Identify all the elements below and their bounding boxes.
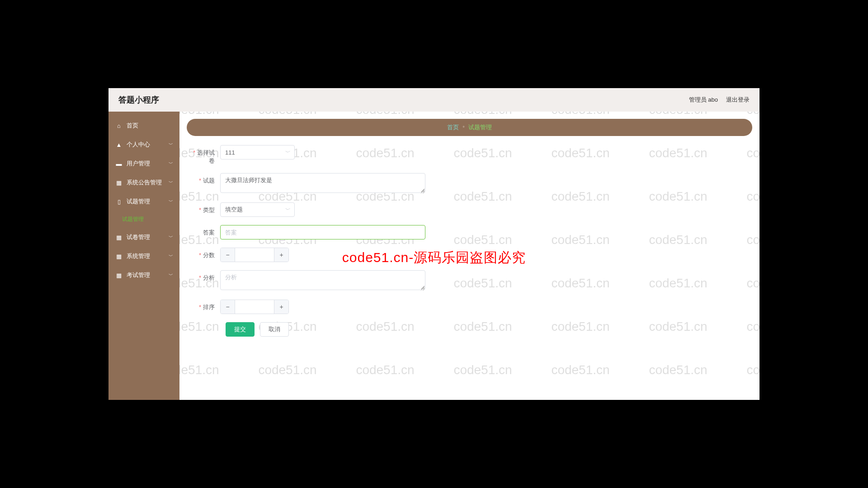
select-type-value: 填空题	[225, 206, 243, 214]
score-decrease-button[interactable]: −	[221, 248, 235, 262]
chevron-down-icon: ﹀	[169, 272, 173, 278]
select-paper[interactable]: 111 ﹀	[220, 145, 295, 160]
label-question: 试题	[192, 173, 220, 185]
monitor-icon: ▬	[116, 160, 122, 167]
app-header: 答题小程序 管理员 abo 退出登录	[108, 88, 760, 112]
sidebar-item-home[interactable]: ⌂ 首页	[108, 116, 179, 135]
grid-icon: ▦	[116, 234, 122, 240]
sidebar-item-label: 考试管理	[127, 271, 150, 279]
chevron-down-icon: ﹀	[169, 179, 173, 186]
cancel-button[interactable]: 取消	[260, 322, 289, 337]
sidebar-item-papers[interactable]: ▦ 试卷管理 ﹀	[108, 228, 179, 247]
breadcrumb-home[interactable]: 首页	[447, 123, 459, 131]
main-content: 首页 * 试题管理 选择试卷 111 ﹀ 试题	[179, 112, 760, 400]
document-icon: ▯	[116, 198, 122, 205]
user-icon: ▲	[116, 141, 122, 148]
sidebar-item-exams[interactable]: ▦ 考试管理 ﹀	[108, 266, 179, 285]
sidebar-subitem-questions[interactable]: 试题管理	[108, 211, 179, 228]
sidebar-item-label: 试卷管理	[127, 233, 150, 241]
label-order: 排序	[192, 300, 220, 311]
chevron-down-icon: ﹀	[169, 253, 173, 259]
label-score: 分数	[192, 248, 220, 259]
sidebar-item-system[interactable]: ▦ 系统管理 ﹀	[108, 247, 179, 266]
question-textarea[interactable]	[220, 173, 425, 193]
sidebar-item-label: 试题管理	[127, 197, 150, 206]
breadcrumb-current: 试题管理	[468, 123, 492, 131]
sidebar-item-label: 个人中心	[127, 141, 150, 149]
grid-icon: ▦	[116, 272, 122, 278]
order-input[interactable]	[235, 300, 274, 314]
resize-handle-icon	[421, 287, 425, 291]
sidebar-item-label: 首页	[127, 122, 138, 130]
sidebar-item-profile[interactable]: ▲ 个人中心 ﹀	[108, 135, 179, 154]
label-answer: 答案	[192, 225, 220, 237]
score-input[interactable]	[235, 248, 274, 262]
chevron-down-icon: ﹀	[169, 141, 173, 148]
home-icon: ⌂	[116, 122, 122, 129]
order-decrease-button[interactable]: −	[221, 300, 235, 314]
breadcrumb-sep: *	[462, 124, 465, 131]
sidebar-item-label: 系统管理	[127, 252, 150, 260]
grid-icon: ▦	[116, 179, 122, 186]
chevron-down-icon: ﹀	[169, 234, 173, 240]
grid-icon: ▦	[116, 253, 122, 259]
select-paper-value: 111	[225, 149, 235, 156]
score-stepper: − +	[220, 248, 289, 262]
sidebar: ⌂ 首页 ▲ 个人中心 ﹀ ▬ 用户管理 ﹀ ▦ 系统公告管理 ﹀ ▯ 试题管理	[108, 112, 179, 400]
label-analysis: 分析	[192, 270, 220, 282]
resize-handle-icon	[421, 190, 425, 193]
order-increase-button[interactable]: +	[274, 300, 288, 314]
chevron-down-icon: ﹀	[285, 149, 291, 156]
sidebar-item-label: 用户管理	[127, 160, 150, 168]
chevron-down-icon: ﹀	[169, 198, 173, 205]
sidebar-item-announcements[interactable]: ▦ 系统公告管理 ﹀	[108, 173, 179, 192]
sidebar-item-questions[interactable]: ▯ 试题管理 ﹀	[108, 192, 179, 211]
order-stepper: − +	[220, 300, 289, 314]
logout-link[interactable]: 退出登录	[726, 96, 750, 104]
sidebar-item-users[interactable]: ▬ 用户管理 ﹀	[108, 154, 179, 173]
score-increase-button[interactable]: +	[274, 248, 288, 262]
app-title: 答题小程序	[118, 94, 159, 105]
question-form: 选择试卷 111 ﹀ 试题 类型 填空题	[187, 145, 752, 337]
answer-input[interactable]	[220, 225, 425, 239]
chevron-down-icon: ﹀	[169, 160, 173, 167]
submit-button[interactable]: 提交	[226, 322, 255, 337]
label-select-paper: 选择试卷	[192, 145, 220, 165]
analysis-textarea[interactable]	[220, 270, 425, 290]
select-type[interactable]: 填空题 ﹀	[220, 202, 295, 217]
sidebar-item-label: 系统公告管理	[127, 178, 162, 187]
header-user[interactable]: 管理员 abo	[689, 96, 718, 104]
label-type: 类型	[192, 202, 220, 214]
breadcrumb: 首页 * 试题管理	[187, 119, 752, 136]
chevron-down-icon: ﹀	[285, 206, 291, 214]
